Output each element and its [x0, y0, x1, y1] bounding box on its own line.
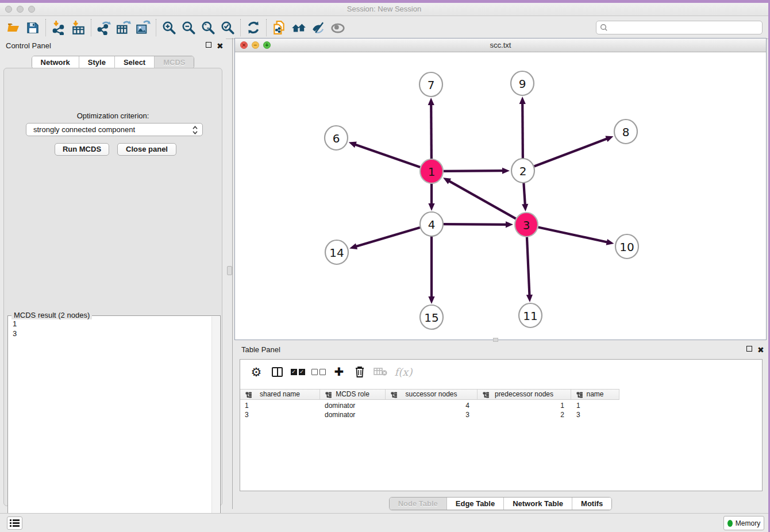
- search-input[interactable]: [596, 21, 763, 34]
- tab-network-table[interactable]: Network Table: [504, 498, 572, 510]
- cell-name: 3: [571, 410, 619, 419]
- export-table-icon[interactable]: [114, 19, 133, 36]
- table-panel-title: Table Panel: [241, 345, 280, 354]
- memory-status-icon: [727, 520, 733, 527]
- graph-edge-arrowhead: [605, 136, 613, 142]
- cell-shared-name: 1: [240, 401, 320, 410]
- graph-edge[interactable]: [527, 237, 530, 296]
- graph-node-label: 9: [519, 77, 526, 91]
- status-bar: Memory: [0, 513, 768, 532]
- column-header-successor-nodes[interactable]: successor nodes: [386, 390, 478, 399]
- deselect-all-columns-icon[interactable]: [308, 363, 329, 380]
- result-scrollbar[interactable]: [211, 317, 220, 531]
- node-table-container: ⚙ ✓✓ ✚ f(x) shared name MCDS role succes…: [240, 359, 763, 491]
- control-panel-tabs: Network Style Select MCDS: [0, 56, 226, 69]
- import-network-icon[interactable]: [49, 19, 68, 36]
- duplicate-network-icon[interactable]: [270, 19, 289, 36]
- show-columns-icon[interactable]: [267, 363, 287, 380]
- graph-node-label: 7: [428, 78, 435, 92]
- tab-mcds[interactable]: MCDS: [155, 56, 194, 68]
- control-panel-close-icon[interactable]: ✖: [217, 41, 224, 51]
- table-panel-tabs: Node Table Edge Table Network Table Moti…: [234, 497, 767, 510]
- zoom-out-icon[interactable]: [179, 19, 198, 36]
- run-mcds-button[interactable]: Run MCDS: [55, 143, 109, 156]
- graph-edge[interactable]: [355, 144, 420, 167]
- horizontal-splitter-grip[interactable]: [493, 338, 498, 342]
- panel-splitter-grip[interactable]: [227, 266, 232, 275]
- column-header-predecessor-nodes[interactable]: predecessor nodes: [478, 390, 571, 399]
- birdseye-view-icon[interactable]: [328, 19, 348, 36]
- add-column-icon[interactable]: ✚: [329, 363, 349, 380]
- graph-edge[interactable]: [449, 181, 516, 219]
- graph-edge[interactable]: [444, 224, 507, 225]
- mcds-tab-panel: Optimization criterion: strongly connect…: [3, 68, 222, 506]
- cell-successor-nodes: 3: [386, 410, 478, 419]
- cell-successor-nodes: 4: [386, 401, 478, 410]
- toolbar-separator: [45, 19, 46, 36]
- select-all-columns-icon[interactable]: ✓✓: [287, 363, 308, 380]
- graph-node-label: 8: [622, 125, 630, 139]
- tab-node-table[interactable]: Node Table: [390, 498, 447, 510]
- graph-node-label: 14: [329, 246, 344, 260]
- task-history-button[interactable]: [7, 516, 22, 530]
- function-builder-icon: f(x): [391, 363, 416, 380]
- graph-edge-arrowhead: [428, 203, 434, 211]
- graph-edge[interactable]: [444, 171, 503, 171]
- mcds-result-title: MCDS result (2 nodes): [11, 311, 92, 319]
- cell-predecessor-nodes: 2: [478, 410, 571, 419]
- mcds-result-line: 1: [8, 319, 220, 329]
- graph-edge-arrowhead: [526, 295, 533, 302]
- column-header-name[interactable]: name: [571, 390, 619, 399]
- criterion-dropdown[interactable]: strongly connected component: [26, 123, 203, 136]
- first-neighbors-icon[interactable]: [289, 19, 309, 36]
- graph-edge-arrowhead: [519, 97, 526, 104]
- mcds-result-line: 3: [8, 329, 220, 338]
- zoom-selected-icon[interactable]: [218, 19, 237, 36]
- graph-edge[interactable]: [522, 103, 523, 159]
- table-row[interactable]: 1 dominator 4 1 1: [240, 401, 619, 410]
- desktop: Session: New Session: [0, 0, 770, 532]
- network-canvas[interactable]: 1234678910111415: [235, 52, 766, 340]
- tab-style[interactable]: Style: [79, 56, 115, 68]
- table-panel-float-icon[interactable]: [746, 345, 752, 353]
- hide-details-icon[interactable]: [309, 19, 328, 36]
- zoom-fit-icon[interactable]: [198, 19, 218, 36]
- graph-edge[interactable]: [534, 138, 608, 166]
- table-header-row: shared name MCDS role successor nodes pr…: [240, 389, 619, 400]
- graph-edge[interactable]: [538, 227, 608, 242]
- delete-column-icon[interactable]: [349, 363, 370, 380]
- graph-edge[interactable]: [523, 183, 525, 205]
- column-header-shared-name[interactable]: shared name: [240, 390, 320, 399]
- graph-node-label: 4: [428, 218, 436, 232]
- tab-edge-table[interactable]: Edge Table: [447, 498, 504, 510]
- tab-motifs[interactable]: Motifs: [572, 498, 611, 510]
- dropdown-stepper-icon: [192, 125, 198, 135]
- toolbar-separator: [240, 19, 241, 36]
- open-session-icon[interactable]: [3, 19, 23, 36]
- export-network-icon[interactable]: [94, 19, 114, 36]
- save-session-icon[interactable]: [23, 19, 43, 36]
- tab-network[interactable]: Network: [32, 56, 79, 68]
- table-settings-gear-icon[interactable]: ⚙: [246, 363, 267, 380]
- tab-select[interactable]: Select: [115, 56, 155, 68]
- control-panel-float-icon[interactable]: [206, 41, 211, 49]
- panel-splitter[interactable]: [232, 38, 233, 509]
- memory-button[interactable]: Memory: [723, 516, 764, 530]
- table-panel-close-icon[interactable]: ✖: [757, 345, 764, 354]
- zoom-in-icon[interactable]: [159, 19, 179, 36]
- graph-node-label: 6: [333, 132, 340, 145]
- graph-edge[interactable]: [356, 228, 420, 246]
- graph-node-label: 2: [519, 164, 527, 178]
- import-table-icon[interactable]: [68, 19, 88, 36]
- cell-mcds-role: dominator: [320, 401, 386, 410]
- graph-node-label: 3: [523, 218, 530, 232]
- toolbar-separator: [266, 19, 267, 36]
- toolbar-separator: [91, 19, 91, 36]
- table-row[interactable]: 3 dominator 3 2 3: [240, 410, 619, 419]
- column-header-mcds-role[interactable]: MCDS role: [320, 390, 386, 399]
- close-panel-button[interactable]: Close panel: [117, 143, 176, 156]
- memory-button-label: Memory: [736, 519, 760, 527]
- export-image-icon[interactable]: [133, 19, 153, 36]
- graph-edge[interactable]: [431, 104, 432, 159]
- apply-layout-icon[interactable]: [244, 19, 263, 36]
